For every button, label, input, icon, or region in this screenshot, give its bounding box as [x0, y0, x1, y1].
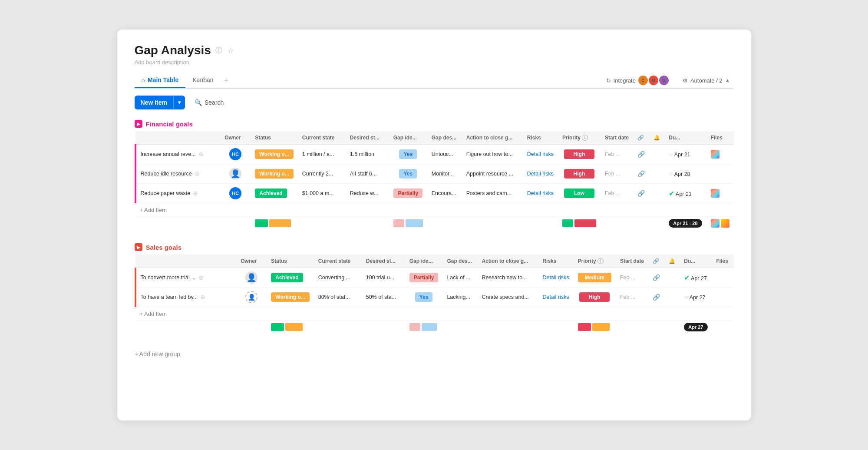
- table-row: To convert more trial ... ⊕ 👤 Achieved C…: [135, 268, 734, 288]
- sales-add-item-row[interactable]: + Add Item: [135, 307, 734, 321]
- info-button[interactable]: ⓘ: [215, 45, 223, 56]
- row3-add-icon[interactable]: ⊕: [193, 190, 198, 197]
- sales-row1-add-icon[interactable]: ⊕: [198, 274, 204, 281]
- row2-start-date: Feb ...: [601, 164, 633, 184]
- integrate-button[interactable]: ↻ Integrate C M S: [603, 74, 672, 87]
- financial-group-header: ▶ Financial goals: [135, 120, 734, 128]
- gap-bar-pink: [393, 219, 404, 227]
- priority-bar-green: [562, 219, 573, 227]
- row3-owner: HC: [220, 184, 251, 203]
- tabs-row: ⌂ Main Table Kanban + ↻ Integrate C M S …: [135, 73, 734, 89]
- row2-avatar: 👤: [229, 168, 241, 180]
- sales-row1-gap-ide: Partially: [405, 268, 443, 288]
- sales-row2-action: Create specs and...: [477, 288, 538, 307]
- automate-button[interactable]: ⚙ Automate / 2 ▲: [679, 76, 734, 86]
- sales-summary-empty-3: [442, 321, 573, 334]
- add-new-group-button[interactable]: + Add new group: [135, 347, 734, 361]
- sales-row2-desired: 50% of sta...: [362, 288, 405, 307]
- star-button[interactable]: ☆: [227, 46, 234, 56]
- row1-gap-des: Untouc...: [427, 145, 462, 164]
- board-description[interactable]: Add board description: [135, 59, 734, 66]
- th-risks: Risks: [523, 131, 558, 145]
- financial-summary-row: Apr 21 - 28: [135, 217, 734, 230]
- row3-status[interactable]: Achieved: [251, 184, 297, 203]
- row2-bell: [649, 164, 664, 184]
- th-status: Status: [251, 131, 297, 145]
- summary-file-thumb-1: [711, 219, 719, 228]
- automate-icon: ⚙: [683, 77, 688, 84]
- sales-th-priority: Priority i: [574, 255, 616, 268]
- search-button[interactable]: 🔍 Search: [190, 96, 228, 109]
- sales-row1-risks[interactable]: Detail risks: [538, 268, 573, 288]
- add-item-cell[interactable]: + Add Item: [135, 203, 734, 217]
- tab-kanban[interactable]: Kanban: [185, 73, 220, 88]
- row3-avatar: HC: [229, 187, 241, 199]
- row3-gap-badge: Partially: [393, 189, 422, 198]
- tab-add-button[interactable]: +: [221, 73, 232, 89]
- date-range-badge: Apr 21 - 28: [669, 219, 702, 228]
- summary-empty-4: [601, 217, 664, 230]
- link-icon: 🔗: [637, 190, 645, 197]
- sales-goals-group: ▶ Sales goals Owner Status Current state…: [135, 243, 734, 333]
- new-item-button[interactable]: New Item ▾: [135, 96, 185, 109]
- row1-action: Figure out how to...: [462, 145, 523, 164]
- sales-summary-priority-bars: [574, 321, 616, 334]
- row1-risks[interactable]: Detail risks: [523, 145, 558, 164]
- sales-add-item-cell[interactable]: + Add Item: [135, 307, 734, 321]
- sales-th-files: Files: [712, 255, 734, 268]
- sales-row2-current: 80% of staf...: [314, 288, 362, 307]
- summary-status-bars: [251, 217, 297, 230]
- row2-link: 🔗: [633, 164, 649, 184]
- sales-row1-action: Research new to...: [477, 268, 538, 288]
- integration-icon-3: S: [659, 76, 669, 85]
- sales-gap-bar-blue: [422, 323, 437, 331]
- tabs-right: ↻ Integrate C M S ⚙ Automate / 2 ▲: [603, 74, 734, 87]
- new-item-dropdown-arrow[interactable]: ▾: [173, 96, 185, 109]
- sales-row1-start-date: Feb ...: [616, 268, 648, 288]
- row2-priority-badge: High: [564, 169, 594, 179]
- sales-row2-add-icon[interactable]: ⊕: [200, 294, 205, 301]
- sales-row2-risks[interactable]: Detail risks: [538, 288, 573, 307]
- row2-files: [706, 164, 734, 184]
- sales-summary-row: Apr 27: [135, 321, 734, 334]
- sales-row2-start-date: Feb ...: [616, 288, 648, 307]
- link-icon: 🔗: [637, 170, 645, 177]
- row1-priority-badge: High: [564, 149, 594, 159]
- row2-risks[interactable]: Detail risks: [523, 164, 558, 184]
- row1-owner: HC: [220, 145, 251, 164]
- sales-row2-due: ○ Apr 27: [680, 288, 712, 307]
- row3-risks[interactable]: Detail risks: [523, 184, 558, 203]
- row3-gap-ide: Partially: [389, 184, 427, 203]
- sales-th-item: [135, 255, 237, 268]
- th-due: Du...: [664, 131, 706, 145]
- sales-row1-bell: [664, 268, 680, 288]
- row3-desired: Reduce w...: [346, 184, 389, 203]
- row2-status-badge: Working o...: [255, 169, 293, 179]
- row1-status[interactable]: Working o...: [251, 145, 297, 164]
- sales-row2-gap-ide: Yes: [405, 288, 443, 307]
- sales-row1-avatar: 👤: [245, 271, 257, 284]
- financial-add-item-row[interactable]: + Add Item: [135, 203, 734, 217]
- summary-date-range: Apr 21 - 28: [664, 217, 706, 230]
- row3-bell: [649, 184, 664, 203]
- row2-owner: 👤: [220, 164, 251, 184]
- row1-add-icon[interactable]: ⊕: [198, 151, 204, 158]
- row2-add-icon[interactable]: ⊕: [195, 170, 200, 177]
- th-link: 🔗: [633, 131, 649, 145]
- sales-row2-status[interactable]: Working o...: [267, 288, 314, 307]
- sales-th-due: Du...: [680, 255, 712, 268]
- th-action: Action to close g...: [462, 131, 523, 145]
- integrate-icon: ↻: [606, 77, 611, 84]
- due-circle-icon: ○: [669, 150, 673, 158]
- tab-main-table[interactable]: ⌂ Main Table: [135, 73, 186, 88]
- sales-priority-bar-orange: [592, 323, 610, 331]
- row3-current: $1,000 a m...: [298, 184, 346, 203]
- sales-row2-status-badge: Working o...: [271, 292, 309, 302]
- th-start-date: Start date: [601, 131, 633, 145]
- summary-gap-bars: [389, 217, 427, 230]
- row2-gap-des: Monitor...: [427, 164, 462, 184]
- sales-date-range-badge: Apr 27: [684, 323, 707, 331]
- sales-summary-empty-2: [314, 321, 405, 334]
- sales-row1-status[interactable]: Achieved: [267, 268, 314, 288]
- row2-status[interactable]: Working o...: [251, 164, 297, 184]
